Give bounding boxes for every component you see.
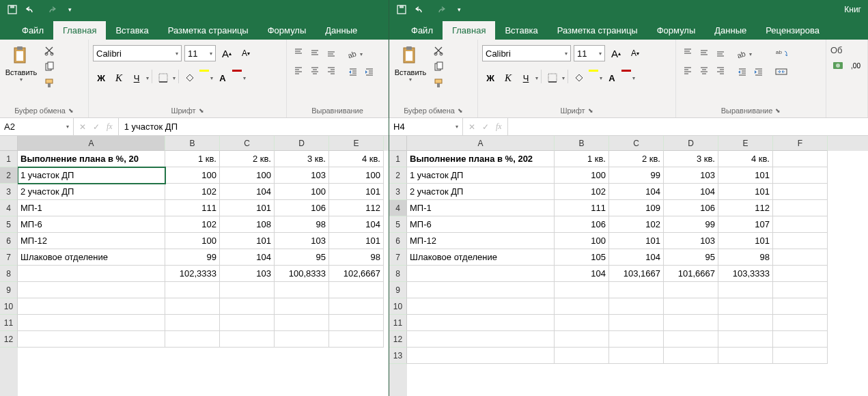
tab-file[interactable]: Файл [402,21,443,40]
cell[interactable]: 3 кв. [275,151,329,167]
row-header[interactable]: 10 [389,298,407,315]
row-header[interactable]: 13 [389,348,407,364]
underline-button[interactable]: Ч [518,70,534,86]
cell[interactable]: 112 [329,200,384,216]
column-header[interactable]: C [609,136,664,151]
cell[interactable]: 99 [165,249,220,266]
cell[interactable] [773,315,828,331]
column-header[interactable]: A [407,136,555,151]
font-name-select[interactable]: Calibri▾ [482,45,571,61]
row-header[interactable]: 12 [389,331,407,348]
cell[interactable]: 102 [609,216,664,233]
row-header[interactable]: 7 [0,249,18,266]
cell[interactable]: 104 [329,216,384,233]
decrease-font-icon[interactable]: A▾ [238,45,254,61]
align-center-icon[interactable] [697,63,712,78]
cell[interactable] [329,331,384,348]
cell[interactable]: 2 кв. [220,151,275,167]
cell[interactable] [664,282,718,298]
font-size-select[interactable]: 11▾ [184,45,216,61]
save-icon[interactable] [7,4,18,15]
cell[interactable]: 107 [718,216,773,233]
fill-color-icon[interactable] [571,70,587,86]
paste-button[interactable]: Вставить ▾ [4,42,38,83]
cell[interactable]: 103 [664,233,718,249]
cell[interactable] [609,348,664,364]
column-header[interactable]: D [664,136,718,151]
align-bottom-icon[interactable] [324,45,339,60]
row-header[interactable]: 1 [0,151,18,167]
row-header[interactable]: 10 [0,298,18,315]
italic-button[interactable]: К [500,70,516,86]
cell[interactable] [773,249,828,266]
row-header[interactable]: 3 [389,184,407,200]
cell[interactable]: 99 [664,216,718,233]
cell[interactable]: 101 [718,184,773,200]
cell[interactable]: 98 [718,249,773,266]
copy-icon[interactable] [432,60,445,74]
bold-button[interactable]: Ж [93,70,109,86]
cell[interactable]: 101,6667 [664,266,718,282]
cell[interactable]: 106 [275,200,329,216]
cell[interactable]: 100 [275,184,329,200]
row-header[interactable]: 2 [0,167,18,184]
undo-icon[interactable] [26,4,37,15]
cell[interactable] [664,298,718,315]
cell[interactable] [773,200,828,216]
cell[interactable]: 95 [664,249,718,266]
cell[interactable] [555,331,609,348]
cell[interactable] [773,266,828,282]
cell[interactable] [220,331,275,348]
tab-home[interactable]: Главная [53,21,106,40]
cell[interactable]: Шлаковое отделение [407,249,555,266]
cell[interactable] [165,282,220,298]
cell[interactable] [773,151,828,167]
cell[interactable]: 100 [165,167,220,184]
cell[interactable] [407,348,555,364]
cell[interactable]: 1 кв. [555,151,609,167]
tab-insert[interactable]: Вставка [106,21,158,40]
copy-icon[interactable] [42,60,56,74]
orientation-icon[interactable]: ab▾ [346,46,365,61]
cancel-icon[interactable]: ✕ [468,122,475,132]
cell[interactable]: 104 [220,249,275,266]
paste-button[interactable]: Вставить ▾ [393,42,428,83]
cell[interactable] [18,331,165,348]
font-size-select[interactable]: 11▾ [574,45,605,61]
tab-home[interactable]: Главная [443,21,495,40]
cell[interactable]: Выполнение плана в %, 202 [407,151,555,167]
cell[interactable]: 111 [165,200,220,216]
cell[interactable]: 104 [555,266,609,282]
column-header[interactable]: E [329,136,384,151]
font-color-icon[interactable]: А [214,70,231,86]
cell[interactable]: 100 [329,167,384,184]
launcher-icon[interactable]: ⬊ [458,107,463,114]
select-all-corner[interactable] [389,136,407,151]
cell[interactable]: 103,1667 [609,266,664,282]
tab-file[interactable]: Файл [12,21,53,40]
font-name-select[interactable]: Calibri▾ [93,45,182,61]
cell[interactable] [773,298,828,315]
name-box[interactable]: H4▾ [389,118,463,135]
fx-icon[interactable]: fx [107,122,113,132]
cell[interactable] [773,184,828,200]
cell[interactable]: 100 [555,167,609,184]
column-header[interactable]: A [18,136,165,151]
currency-icon[interactable] [830,58,845,73]
indent-decrease-icon[interactable] [346,64,361,79]
select-all-corner[interactable] [0,136,18,151]
cell[interactable] [275,298,329,315]
cell[interactable]: 102 [165,184,220,200]
cell[interactable] [609,315,664,331]
cell[interactable] [555,348,609,364]
cell[interactable]: 104 [220,184,275,200]
cell[interactable]: 100 [165,233,220,249]
cancel-icon[interactable]: ✕ [79,122,86,132]
cell[interactable]: 104 [609,184,664,200]
fx-icon[interactable]: fx [496,122,502,132]
name-box[interactable]: A2▾ [0,118,74,135]
align-right-icon[interactable] [324,63,339,78]
cell[interactable] [773,167,828,184]
cell[interactable] [18,315,165,331]
cell[interactable]: 102,6667 [329,266,384,282]
